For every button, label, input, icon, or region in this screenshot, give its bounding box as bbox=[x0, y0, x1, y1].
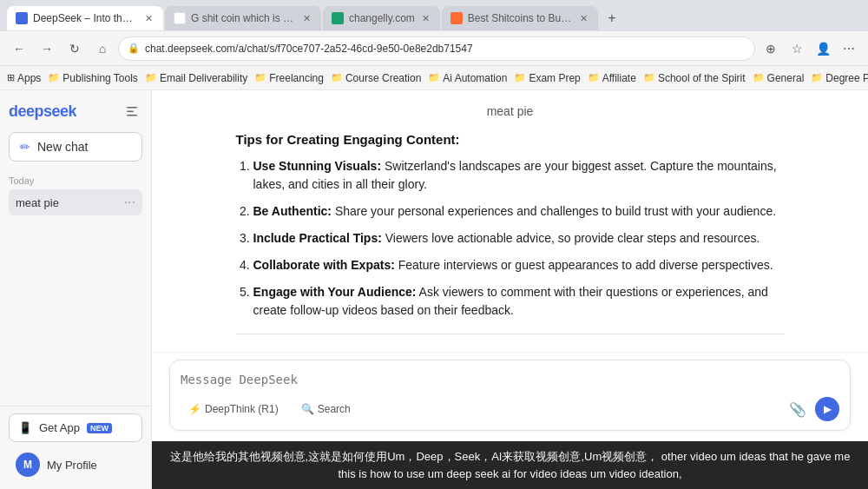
input-box: ⚡ DeepThink (R1) 🔍 Search 📎 ▶ bbox=[169, 360, 851, 431]
tip-4-text: Feature interviews or guest appearances … bbox=[398, 258, 773, 272]
today-label: Today bbox=[9, 175, 142, 186]
bookmark-affiliate-label: Affiliate bbox=[602, 72, 636, 84]
tab-label-shitcoin: Best Shitcoins to Buy Now in... bbox=[468, 12, 573, 24]
folder-icon-course: 📁 bbox=[331, 72, 343, 83]
bookmark-apps[interactable]: ⊞ Apps bbox=[7, 72, 41, 84]
get-app-label: Get App bbox=[39, 421, 80, 434]
tip-5: Engage with Your Audience: Ask viewers t… bbox=[253, 283, 785, 320]
tab-close-changelly[interactable]: ✕ bbox=[420, 13, 431, 24]
message-input[interactable] bbox=[181, 369, 839, 393]
tip-5-bold: Engage with Your Audience: bbox=[253, 285, 417, 299]
sidebar-item-meatpie[interactable]: meat pie ··· bbox=[9, 189, 142, 215]
search-button[interactable]: 🔍 Search bbox=[293, 399, 358, 420]
bookmark-email-label: Email Deliverability bbox=[160, 72, 247, 84]
tip-1-bold: Use Stunning Visuals: bbox=[253, 159, 382, 173]
svg-rect-1 bbox=[127, 111, 134, 113]
search-label: Search bbox=[318, 403, 351, 415]
avatar: M bbox=[16, 453, 40, 477]
nav-icons: ⊕ ☆ 👤 ⋯ bbox=[759, 36, 861, 61]
app: deepseek ✏ New chat Today meat pie ··· 📱… bbox=[0, 90, 868, 489]
new-chat-icon: ✏ bbox=[20, 140, 30, 154]
message-content: Tips for Creating Engaging Content: Use … bbox=[215, 132, 806, 352]
home-button[interactable]: ⌂ bbox=[90, 36, 115, 61]
bookmark-email[interactable]: 📁 Email Deliverability bbox=[145, 72, 247, 84]
attach-button[interactable]: 📎 bbox=[786, 397, 810, 421]
apps-icon: ⊞ bbox=[7, 72, 15, 83]
bookmark-degree[interactable]: 📁 Degree Program bbox=[811, 72, 868, 84]
tab-deepseek[interactable]: DeepSeek – Into the Unknown ✕ bbox=[7, 6, 163, 30]
send-button[interactable]: ▶ bbox=[815, 397, 839, 421]
tab-favicon-changelly bbox=[332, 12, 344, 24]
tip-4: Collaborate with Expats: Feature intervi… bbox=[253, 256, 785, 274]
bookmark-affiliate[interactable]: 📁 Affiliate bbox=[588, 72, 636, 84]
bookmark-apps-label: Apps bbox=[17, 72, 41, 84]
address-bar[interactable]: 🔒 chat.deepseek.com/a/chat/s/f70ce707-2a… bbox=[118, 36, 755, 61]
tab-favicon-google bbox=[174, 12, 186, 24]
folder-icon-freelancing: 📁 bbox=[254, 72, 266, 83]
tab-google[interactable]: G shit coin which is best buy in... ✕ bbox=[165, 6, 321, 30]
main-content: meat pie Tips for Creating Engaging Cont… bbox=[152, 90, 868, 489]
tip-4-bold: Collaborate with Expats: bbox=[253, 258, 395, 272]
sidebar-bottom: 📱 Get App NEW M My Profile bbox=[0, 406, 151, 489]
bookmark-exam[interactable]: 📁 Exam Prep bbox=[514, 72, 580, 84]
sidebar-today-section: Today meat pie ··· bbox=[0, 169, 151, 219]
sidebar-item-more-icon[interactable]: ··· bbox=[124, 195, 135, 210]
new-chat-button[interactable]: ✏ New chat bbox=[9, 132, 142, 162]
bookmark-freelancing[interactable]: 📁 Freelancing bbox=[254, 72, 324, 84]
lock-icon: 🔒 bbox=[128, 43, 140, 54]
tab-changelly[interactable]: changelly.com ✕ bbox=[323, 6, 440, 30]
tab-shitcoin[interactable]: Best Shitcoins to Buy Now in... ✕ bbox=[442, 6, 598, 30]
folder-icon-school: 📁 bbox=[643, 72, 655, 83]
tip-2-bold: Be Authentic: bbox=[253, 204, 332, 218]
tip-3: Include Practical Tips: Viewers love act… bbox=[253, 229, 785, 248]
sidebar-item-meatpie-label: meat pie bbox=[16, 196, 124, 209]
bookmark-degree-label: Degree Program bbox=[825, 72, 868, 84]
bookmark-freelancing-label: Freelancing bbox=[269, 72, 324, 84]
back-button[interactable]: ← bbox=[7, 36, 31, 61]
browser-chrome: DeepSeek – Into the Unknown ✕ G shit coi… bbox=[0, 0, 868, 90]
tab-label-changelly: changelly.com bbox=[349, 12, 415, 24]
bookmark-general[interactable]: 📁 General bbox=[753, 72, 805, 84]
bookmark-general-label: General bbox=[767, 72, 805, 84]
settings-btn[interactable]: ⋯ bbox=[837, 36, 861, 61]
bookmark-publishing[interactable]: 📁 Publishing Tools bbox=[48, 72, 138, 84]
tab-close-shitcoin[interactable]: ✕ bbox=[578, 13, 589, 24]
subtitle-text: 这是他给我的其他视频创意,这就是如何使用Um，Deep，Seek，AI来获取视频… bbox=[170, 450, 851, 480]
input-footer: ⚡ DeepThink (R1) 🔍 Search 📎 ▶ bbox=[181, 397, 839, 421]
deep-think-icon: ⚡ bbox=[188, 403, 201, 415]
divider bbox=[236, 334, 785, 334]
tab-label-google: G shit coin which is best buy in... bbox=[191, 12, 296, 24]
svg-rect-0 bbox=[127, 107, 137, 109]
bookmark-ai-label: Ai Automation bbox=[443, 72, 507, 84]
nav-bar: ← → ↻ ⌂ 🔒 chat.deepseek.com/a/chat/s/f70… bbox=[0, 31, 868, 66]
bookmark-ai[interactable]: 📁 Ai Automation bbox=[428, 72, 507, 84]
chat-title: meat pie bbox=[152, 104, 868, 118]
bookmark-course[interactable]: 📁 Course Creation bbox=[331, 72, 421, 84]
profile-btn[interactable]: 👤 bbox=[811, 36, 835, 61]
collapse-sidebar-button[interactable] bbox=[122, 101, 142, 122]
folder-icon-publishing: 📁 bbox=[48, 72, 60, 83]
tab-favicon-shitcoin bbox=[450, 12, 463, 24]
folder-icon-affiliate: 📁 bbox=[588, 72, 600, 83]
deep-think-button[interactable]: ⚡ DeepThink (R1) bbox=[181, 399, 286, 420]
svg-rect-2 bbox=[127, 115, 137, 116]
phone-icon: 📱 bbox=[18, 421, 32, 434]
reload-button[interactable]: ↻ bbox=[62, 36, 87, 61]
star-btn[interactable]: ☆ bbox=[785, 36, 809, 61]
tab-bar: DeepSeek – Into the Unknown ✕ G shit coi… bbox=[0, 0, 868, 31]
new-chat-label: New chat bbox=[37, 140, 88, 154]
tab-close-deepseek[interactable]: ✕ bbox=[143, 13, 155, 24]
sidebar-header: deepseek bbox=[0, 90, 151, 129]
forward-button[interactable]: → bbox=[35, 36, 59, 61]
my-profile-item[interactable]: M My Profile bbox=[9, 447, 142, 482]
get-app-button[interactable]: 📱 Get App NEW bbox=[9, 413, 142, 442]
tab-close-google[interactable]: ✕ bbox=[301, 13, 312, 24]
tip-2: Be Authentic: Share your personal experi… bbox=[253, 202, 785, 221]
sidebar: deepseek ✏ New chat Today meat pie ··· 📱… bbox=[0, 90, 152, 489]
new-tab-button[interactable]: + bbox=[600, 6, 624, 30]
folder-icon-general: 📁 bbox=[753, 72, 765, 83]
address-text: chat.deepseek.com/a/chat/s/f70ce707-2a52… bbox=[145, 43, 746, 55]
extension-btn[interactable]: ⊕ bbox=[759, 36, 783, 61]
folder-icon-exam: 📁 bbox=[514, 72, 526, 83]
bookmark-school[interactable]: 📁 School of the Spirit bbox=[643, 72, 746, 84]
